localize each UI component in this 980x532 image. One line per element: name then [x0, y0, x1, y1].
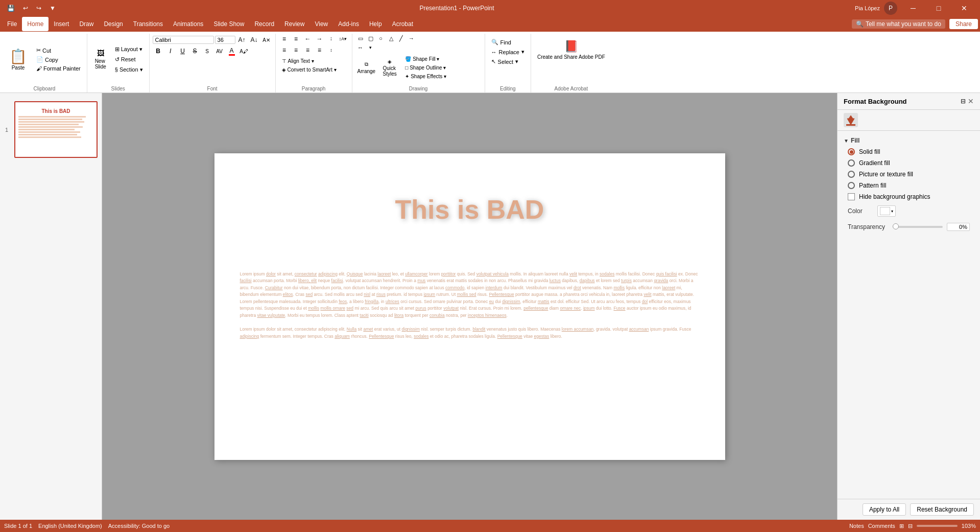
menu-record[interactable]: Record: [249, 17, 279, 31]
align-text-button[interactable]: ⊤ Align Text ▾: [279, 57, 317, 65]
hide-background-checkbox[interactable]: [848, 193, 855, 200]
fill-tab-button[interactable]: [844, 113, 858, 127]
gradient-fill-option[interactable]: Gradient fill: [844, 157, 974, 169]
fill-section-header[interactable]: ▼ Fill: [844, 135, 974, 146]
font-name-selector[interactable]: [153, 36, 214, 44]
save-button[interactable]: 💾: [4, 4, 18, 13]
bullet-list-button[interactable]: ≡: [279, 34, 290, 44]
create-share-pdf-button[interactable]: 📕 Create and Share Adobe PDF: [534, 38, 608, 62]
menu-slideshow[interactable]: Slide Show: [208, 17, 249, 31]
numbered-list-button[interactable]: ≡: [291, 34, 302, 44]
menu-addins[interactable]: Add-ins: [333, 17, 364, 31]
bold-button[interactable]: B: [153, 46, 164, 56]
view-normal-icon[interactable]: ⊞: [899, 523, 904, 529]
font-size-selector[interactable]: [215, 36, 235, 44]
transparency-slider[interactable]: [893, 226, 943, 228]
line-shape[interactable]: ╱: [396, 34, 407, 43]
reset-background-button[interactable]: Reset Background: [910, 503, 974, 516]
menu-file[interactable]: File: [2, 17, 22, 31]
solid-fill-radio[interactable]: [848, 148, 855, 155]
pattern-fill-option[interactable]: Pattern fill: [844, 180, 974, 191]
shape-outline-button[interactable]: □ Shape Outline ▾: [402, 64, 449, 72]
more-shapes-btn[interactable]: ▾: [366, 43, 376, 52]
pattern-fill-radio[interactable]: [848, 182, 855, 189]
quick-styles-button[interactable]: ◈ QuickStyles: [379, 58, 400, 78]
replace-button[interactable]: ↔ Replace ▾: [488, 48, 528, 56]
transparency-value[interactable]: [947, 223, 970, 231]
paste-button[interactable]: 📋 Paste: [5, 46, 31, 73]
text-direction-button[interactable]: ↕A▾: [338, 34, 349, 44]
share-button-label[interactable]: Share: [949, 19, 978, 29]
strikethrough-button[interactable]: S: [189, 46, 201, 56]
accessibility-status[interactable]: Accessibility: Good to go: [108, 523, 170, 529]
increase-font-button[interactable]: A↑: [236, 35, 248, 45]
view-slidesorter-icon[interactable]: ⊟: [908, 523, 913, 529]
justify-button[interactable]: ≡: [314, 45, 325, 55]
align-right-button[interactable]: ≡: [302, 45, 314, 55]
rounded-rect-shape[interactable]: ▢: [366, 34, 376, 43]
arrange-button[interactable]: ⧉ Arrange: [355, 60, 378, 75]
rectangle-shape[interactable]: ▭: [355, 34, 366, 43]
arrow-shape[interactable]: →: [407, 34, 417, 43]
decrease-font-button[interactable]: A↓: [249, 35, 260, 45]
color-swatch-button[interactable]: ▾: [877, 205, 896, 217]
slide-canvas[interactable]: This is BAD Lorem ipsum dolor sit amet, …: [214, 153, 725, 460]
format-painter-button[interactable]: 🖌 Format Painter: [33, 64, 84, 73]
apply-to-all-button[interactable]: Apply to All: [863, 503, 906, 516]
shape-fill-button[interactable]: 🪣 Shape Fill ▾: [402, 55, 449, 63]
character-spacing-button[interactable]: AV: [214, 46, 225, 56]
transparency-thumb[interactable]: [893, 223, 899, 229]
copy-button[interactable]: 📄 Copy: [33, 55, 84, 64]
col-button[interactable]: ⫶: [326, 34, 337, 44]
notes-button[interactable]: Notes: [849, 523, 864, 529]
font-color-button[interactable]: A: [226, 46, 237, 56]
text-shadow-button[interactable]: S: [202, 46, 213, 56]
select-button[interactable]: ↖ Select ▾: [488, 57, 528, 66]
layout-button[interactable]: ⊞ Layout ▾: [112, 45, 146, 54]
close-button[interactable]: ✕: [952, 0, 976, 16]
zoom-level[interactable]: 103%: [962, 523, 976, 529]
oval-shape[interactable]: ○: [376, 34, 386, 43]
minimize-button[interactable]: ─: [901, 0, 925, 16]
undo-button[interactable]: ↩: [20, 4, 31, 13]
menu-acrobat[interactable]: Acrobat: [387, 17, 418, 31]
italic-button[interactable]: I: [165, 46, 176, 56]
underline-button[interactable]: U: [177, 46, 188, 56]
menu-home[interactable]: Home: [22, 17, 49, 31]
menu-review[interactable]: Review: [279, 17, 309, 31]
find-button[interactable]: 🔍 Find: [488, 38, 528, 47]
menu-insert[interactable]: Insert: [49, 17, 74, 31]
menu-draw[interactable]: Draw: [74, 17, 99, 31]
highlight-button[interactable]: A🖍: [238, 46, 250, 56]
slide-thumbnail-1[interactable]: This is BAD: [14, 101, 98, 158]
double-arrow-shape[interactable]: ↔: [355, 43, 366, 52]
picture-texture-option[interactable]: Picture or texture fill: [844, 169, 974, 180]
slide-body-text[interactable]: Lorem ipsum dolor sit amet, consectetur …: [240, 271, 700, 340]
search-bar[interactable]: 🔍 Tell me what you want to do: [852, 19, 945, 29]
clear-format-button[interactable]: A✕: [261, 35, 272, 45]
reset-button[interactable]: ↺ Reset: [112, 55, 146, 64]
menu-design[interactable]: Design: [99, 17, 128, 31]
panel-expand-icon[interactable]: ⊟: [961, 98, 966, 105]
increase-indent-button[interactable]: →: [314, 34, 325, 44]
zoom-slider[interactable]: [917, 525, 958, 527]
customize-qat-button[interactable]: ▼: [46, 4, 59, 13]
comments-button[interactable]: Comments: [868, 523, 895, 529]
menu-transitions[interactable]: Transitions: [128, 17, 168, 31]
menu-help[interactable]: Help: [364, 17, 387, 31]
menu-animations[interactable]: Animations: [168, 17, 208, 31]
line-spacing-button[interactable]: ↕: [326, 45, 337, 55]
panel-close-icon[interactable]: ✕: [968, 97, 974, 105]
cut-button[interactable]: ✂ Cut: [33, 46, 84, 55]
shape-effects-button[interactable]: ✦ Shape Effects ▾: [402, 73, 449, 80]
right-triangle-shape[interactable]: △: [386, 34, 396, 43]
new-slide-button[interactable]: 🖼 NewSlide: [90, 47, 111, 72]
restore-button[interactable]: □: [927, 0, 950, 16]
hide-background-option[interactable]: Hide background graphics: [844, 191, 974, 202]
decrease-indent-button[interactable]: ←: [302, 34, 314, 44]
align-center-button[interactable]: ≡: [291, 45, 302, 55]
convert-smartart-button[interactable]: ◈ Convert to SmartArt ▾: [279, 66, 340, 74]
align-left-button[interactable]: ≡: [279, 45, 290, 55]
solid-fill-option[interactable]: Solid fill: [844, 146, 974, 157]
redo-button[interactable]: ↪: [33, 4, 44, 13]
